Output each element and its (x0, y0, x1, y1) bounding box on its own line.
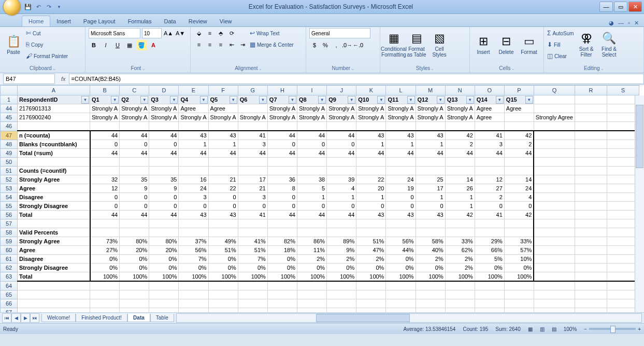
tab-insert[interactable]: Insert (50, 16, 77, 26)
cell[interactable]: 0% (386, 255, 416, 264)
cell[interactable]: 43 (208, 131, 238, 140)
cell[interactable]: Strongly A (120, 113, 149, 122)
column-header-Q[interactable]: Q (534, 86, 575, 95)
cell[interactable] (90, 308, 120, 313)
row-header-45[interactable]: 45 (1, 113, 18, 122)
cell[interactable]: 1 (445, 202, 475, 211)
cell[interactable] (149, 228, 179, 237)
cell[interactable] (327, 158, 356, 167)
tab-home[interactable]: Home (22, 16, 50, 26)
cell[interactable]: 3 (238, 193, 267, 202)
cell[interactable]: 1 (327, 193, 356, 202)
cell[interactable] (90, 299, 120, 308)
cell[interactable] (575, 193, 607, 202)
cell[interactable]: 47% (356, 246, 386, 255)
cell[interactable]: Counts (=countif) (18, 167, 90, 175)
zoom-in-button[interactable]: + (638, 326, 641, 332)
cell[interactable]: 44 (327, 149, 356, 158)
cell-styles-button[interactable]: ▧Cell Styles (429, 28, 450, 61)
cell[interactable] (416, 167, 445, 175)
cell[interactable]: 0 (386, 202, 416, 211)
cell[interactable]: 44 (179, 149, 208, 158)
filter-dropdown-icon[interactable]: ▼ (289, 96, 296, 104)
cell[interactable]: Valid Percents (18, 228, 90, 237)
cell[interactable]: 100% (267, 272, 297, 282)
row-header-53[interactable]: 53 (1, 184, 18, 193)
cell[interactable] (238, 219, 267, 228)
cell[interactable]: 41 (238, 211, 267, 219)
row-header-52[interactable]: 52 (1, 175, 18, 184)
cell[interactable] (445, 308, 475, 313)
cell[interactable]: 18% (267, 246, 297, 255)
column-header-A[interactable]: A (18, 86, 90, 95)
zoom-slider[interactable] (589, 328, 636, 330)
cell[interactable] (327, 308, 356, 313)
row-header-44[interactable]: 44 (1, 104, 18, 113)
number-format-combo[interactable]: General (309, 28, 370, 38)
cell[interactable] (267, 158, 297, 167)
cell[interactable] (416, 281, 445, 290)
cell[interactable]: Disagree (18, 255, 90, 264)
cell[interactable]: 0 (120, 193, 149, 202)
cell[interactable]: Strongly A (267, 113, 297, 122)
help-icon[interactable]: ◕ (609, 20, 614, 26)
cell[interactable] (297, 228, 326, 237)
cell[interactable] (297, 299, 326, 308)
cell[interactable]: 82% (267, 237, 297, 246)
cell[interactable] (149, 122, 179, 131)
cell[interactable]: 37% (179, 237, 208, 246)
cell[interactable]: Strongly A (416, 104, 445, 113)
cell[interactable] (475, 228, 504, 237)
cell[interactable]: 7% (238, 255, 267, 264)
column-header-O[interactable]: O (475, 86, 504, 95)
cell[interactable] (297, 122, 326, 131)
cell[interactable]: Total (18, 211, 90, 219)
shrink-font-button[interactable]: A▼ (175, 28, 185, 38)
cell[interactable] (475, 308, 504, 313)
row-header-62[interactable]: 62 (1, 264, 18, 272)
filter-dropdown-icon[interactable]: ▼ (348, 96, 355, 104)
cell[interactable]: 42 (445, 131, 475, 140)
cell[interactable] (267, 219, 297, 228)
cell[interactable]: 24 (504, 184, 534, 193)
cell[interactable] (18, 281, 90, 290)
cell[interactable]: 73% (90, 237, 120, 246)
cell[interactable] (575, 219, 607, 228)
filter-header[interactable]: Q15▼ (504, 95, 534, 104)
cell[interactable]: Agree (179, 104, 208, 113)
sheet-nav-last[interactable]: ⏭ (30, 313, 39, 323)
cell[interactable] (90, 281, 120, 290)
format-painter-button[interactable]: 🖌Format Painter (26, 51, 68, 61)
cell[interactable]: 44 (120, 211, 149, 219)
cell[interactable]: 44% (386, 246, 416, 255)
cell[interactable]: 41 (238, 131, 267, 140)
cell[interactable]: 0 (416, 202, 445, 211)
cell[interactable]: 33% (445, 237, 475, 246)
cell[interactable]: 51% (208, 246, 238, 255)
cell[interactable]: 0% (356, 264, 386, 272)
cell[interactable]: 0 (90, 202, 120, 211)
cell[interactable]: 0 (149, 193, 179, 202)
cell[interactable]: Strongly A (149, 104, 179, 113)
cell[interactable] (238, 281, 267, 290)
cell[interactable] (327, 219, 356, 228)
cell[interactable]: 2% (416, 255, 445, 264)
cell[interactable]: 0% (267, 255, 297, 264)
cell[interactable]: 100% (149, 272, 179, 282)
view-pagebreak-icon[interactable]: ▤ (552, 326, 556, 332)
cell[interactable] (445, 290, 475, 299)
cell[interactable] (179, 122, 208, 131)
horizontal-scrollbar[interactable] (176, 313, 642, 323)
cell[interactable]: 33% (504, 237, 534, 246)
cell[interactable]: 0 (208, 193, 238, 202)
cell[interactable] (386, 122, 416, 131)
cell[interactable] (534, 264, 575, 272)
cell[interactable]: 1 (445, 193, 475, 202)
cell[interactable]: 56% (386, 237, 416, 246)
cell[interactable] (534, 167, 575, 175)
cell[interactable]: 16 (179, 175, 208, 184)
cell[interactable] (238, 299, 267, 308)
cell[interactable]: Strongly A (386, 104, 416, 113)
cell[interactable]: 44 (267, 211, 297, 219)
cell[interactable]: 100% (297, 272, 326, 282)
